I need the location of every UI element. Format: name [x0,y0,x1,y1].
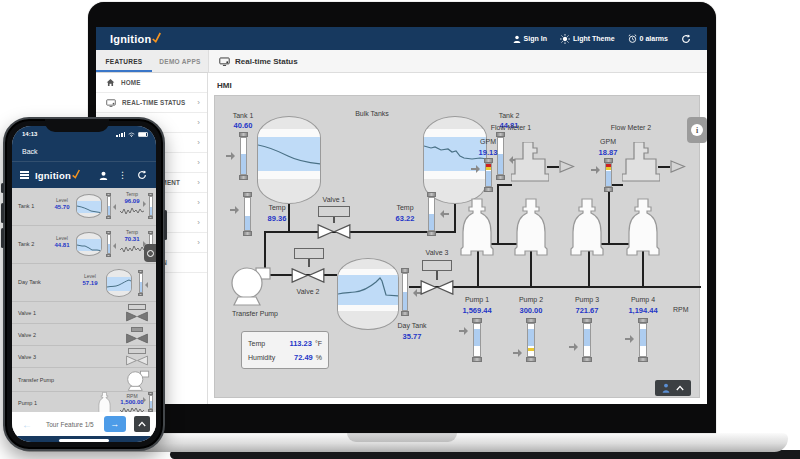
tab-features[interactable]: FEATURES [96,50,152,72]
valve1-stem [333,217,335,223]
status-icons [116,132,148,137]
hmi-canvas: Tank 1 40.60 Bulk Tanks [214,95,700,398]
temp-sparkline [120,207,144,216]
sidebar-item-home[interactable]: HOME [96,73,207,93]
laptop-screen: Ignition Sign In Light Theme 0 alarms [96,27,707,404]
drawer-handle[interactable]: i [687,117,707,143]
chevron-right-icon: › [197,99,200,107]
list-item-day-tank[interactable]: Day Tank Level 57.19 [12,264,156,302]
list-item-valve2[interactable]: Valve 2 [12,324,156,346]
flow-meter2-value: 18.87 [591,148,625,157]
tank1-mini-chart [76,194,102,218]
valve2-stem [308,259,310,267]
transfer-pump-icon[interactable] [229,264,271,306]
chevron-right-icon: › [197,219,200,227]
tour-next-button[interactable]: → [104,416,126,432]
back-button[interactable]: Back [22,148,38,155]
alarms-button[interactable]: 0 alarms [624,34,672,43]
sidebar-item-real-time-status[interactable]: REAL-TIME STATUS › [96,93,207,113]
ignition-check-icon [152,32,161,43]
home-indicator[interactable] [59,439,109,442]
day-tank-gauge[interactable] [401,268,409,316]
pump4-gauge[interactable] [638,318,648,362]
tank2-temp-gauge[interactable] [427,192,436,236]
temp-sparkline [120,245,144,254]
pump2-body[interactable] [513,198,549,258]
valve3-icon[interactable] [420,280,454,295]
tank2-mini-gauge [106,231,111,257]
tank2-vessel[interactable] [423,116,487,204]
user-icon[interactable] [99,171,108,180]
env-temp-label: Temp [248,340,283,347]
tank1-mini-gauge [106,193,111,219]
chevron-right-icon: › [197,139,200,147]
day-tank-vessel[interactable] [337,258,399,330]
app-header: Ignition Sign In Light Theme 0 alarms [96,27,707,50]
pump1-mini-gauge [148,392,153,412]
tank1-level-gauge[interactable] [239,132,248,180]
pump1-gauge[interactable] [472,318,482,362]
phone-drawer-handle[interactable] [144,244,156,262]
refresh-button[interactable] [677,34,695,44]
flow-arrow-icon [670,160,686,173]
list-item-tank1[interactable]: Tank 1 Level 45.70 Temp 96.09 [12,188,156,226]
list-item-tank2[interactable]: Tank 2 Level 44.81 Temp 70.31 [12,226,156,264]
main-content: HMI [208,73,707,404]
tank2-mini-chart [76,232,102,256]
flow-meter2-body[interactable] [622,142,660,184]
chevron-right-icon: › [197,119,200,127]
flow-meter1-body[interactable] [511,142,549,184]
pump3-gauge[interactable] [582,318,592,362]
rpm-unit-label: RPM [673,306,689,313]
sign-in-button[interactable]: Sign In [509,35,551,43]
pump4-body[interactable] [625,198,661,258]
chevron-up-icon[interactable] [676,385,684,391]
list-item-pump1[interactable]: Pump 1 RPM 1,500.00 [12,392,156,412]
user-badge-icon [662,383,670,393]
flow-meter1-gauge[interactable] [484,158,493,192]
transfer-pump-mini-icon [124,370,150,391]
stage: Ignition Sign In Light Theme 0 alarms [0,0,800,459]
flow-meter2-unit: GPM [593,138,623,145]
tank2-temp-label: Temp [387,204,423,211]
tank2-temp-value: 63.22 [387,214,423,223]
tank1-temp-gauge[interactable] [243,192,252,236]
tab-bar: FEATURES DEMO APPS [96,50,208,73]
tour-prev-button[interactable]: ← [22,419,32,430]
signal-icon [116,132,125,137]
monitor-icon [219,57,230,66]
valve1-icon[interactable] [317,224,351,239]
list-item-valve3[interactable]: Valve 3 [12,346,156,368]
phone-notch [45,119,109,132]
tab-demo-apps[interactable]: DEMO APPS [152,50,208,72]
valve3-label: Valve 3 [411,249,463,256]
list-item-transfer-pump[interactable]: Transfer Pump [12,368,156,392]
clock: 14:13 [22,131,37,137]
monitor-icon [106,99,116,107]
pump1-body[interactable] [459,198,495,258]
theme-toggle-button[interactable]: Light Theme [556,34,619,44]
refresh-icon [681,34,691,44]
tank1-vessel[interactable] [257,116,321,204]
flow-meter1-unit: GPM [473,138,503,145]
ignition-logo: Ignition [35,169,80,181]
pump1-label: Pump 1 [449,296,505,303]
refresh-icon[interactable] [137,170,147,180]
list-item-valve1[interactable]: Valve 1 [12,302,156,324]
bulk-tanks-label: Bulk Tanks [335,110,409,117]
overflow-menu-icon[interactable]: ⋮ [118,171,127,180]
laptop-bezel: Ignition Sign In Light Theme 0 alarms [88,2,716,433]
pump1-value: 1,569.44 [449,306,505,315]
header-controls: Sign In Light Theme 0 alarms [509,34,695,44]
chevron-up-button[interactable] [134,416,150,432]
menu-icon[interactable] [20,171,29,179]
pump3-body[interactable] [569,198,605,258]
flow-meter2-gauge[interactable] [604,158,613,192]
pump2-gauge[interactable] [526,318,536,362]
phone-header-icons: ⋮ [99,170,147,180]
phone-back-bar[interactable]: Back [12,142,156,162]
corner-toolbar[interactable] [655,380,691,396]
valve2-icon[interactable] [291,268,325,283]
phone: 14:13 Back Ignition ⋮ [3,117,165,451]
info-icon: i [691,124,703,136]
